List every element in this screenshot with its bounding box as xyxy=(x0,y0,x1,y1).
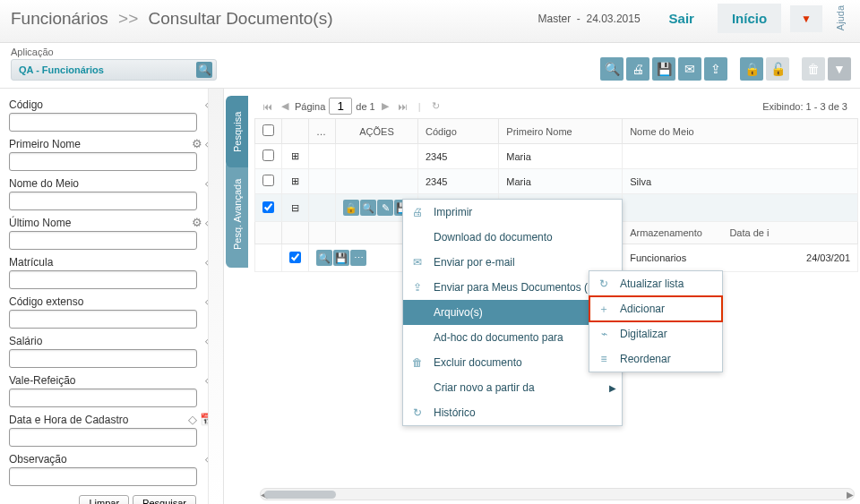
app-selector-block: Aplicação QA - Funcionários 🔍 xyxy=(11,47,217,81)
scroll-thumb[interactable] xyxy=(264,491,336,499)
expand-icon[interactable]: ⊞ xyxy=(282,169,309,194)
field-input[interactable] xyxy=(9,231,197,250)
field-input[interactable] xyxy=(9,113,197,132)
toolbar-export-icon[interactable]: ⇪ xyxy=(704,57,727,81)
gear-icon[interactable]: ⚙ xyxy=(192,216,202,229)
pager-label: Página xyxy=(295,101,325,112)
col-acoes[interactable]: AÇÕES xyxy=(336,119,418,144)
more-icon[interactable]: ⋯ xyxy=(350,250,366,266)
clear-field-icon[interactable]: ◇ xyxy=(205,373,214,387)
field-input[interactable] xyxy=(9,192,197,210)
select-all-checkbox[interactable] xyxy=(262,124,274,136)
horizontal-scrollbar[interactable]: ◀ ▶ xyxy=(260,488,855,500)
pager-page-input[interactable] xyxy=(329,98,352,115)
context-submenu[interactable]: ↻Atualizar lista＋Adicionar⌁Digitalizar≡R… xyxy=(589,270,723,372)
header-dropdown[interactable]: ▼ xyxy=(790,5,822,32)
col-checkbox[interactable] xyxy=(255,119,282,144)
header-right: Master - 24.03.2015 Sair Início ▼ Ajuda xyxy=(538,2,849,34)
row-checkbox[interactable] xyxy=(262,149,274,161)
row-action-icons: 🔒🔍✎💾 xyxy=(343,200,410,216)
clear-field-icon[interactable]: ◇ xyxy=(205,137,214,150)
edit-icon[interactable]: ✎ xyxy=(377,200,393,216)
table-row[interactable]: ⊞2345Maria xyxy=(255,144,858,169)
pager-next-icon[interactable]: ▶ xyxy=(379,100,391,112)
search-button[interactable]: Pesquisar xyxy=(133,495,196,504)
search-icon[interactable]: 🔍 xyxy=(360,200,376,216)
search-icon[interactable]: 🔍 xyxy=(316,250,332,266)
toolbar-unlock-icon[interactable]: 🔓 xyxy=(766,57,789,81)
toolbar-print-icon[interactable]: 🖨 xyxy=(626,57,649,81)
clear-field-icon[interactable]: ◇ xyxy=(205,176,214,190)
field-input[interactable] xyxy=(9,389,197,407)
clear-field-icon[interactable]: ◇ xyxy=(205,295,214,308)
clear-field-icon[interactable]: ◇ xyxy=(205,334,214,347)
pager-last-icon[interactable]: ⏭ xyxy=(395,101,410,112)
menu-item-label: Excluir documento xyxy=(434,356,522,369)
clear-field-icon[interactable]: ◇ xyxy=(188,413,197,426)
field-input[interactable] xyxy=(9,310,197,329)
field-input[interactable] xyxy=(9,467,197,486)
tab-pesquisa[interactable]: Pesquisa xyxy=(226,96,248,167)
pager-refresh-icon[interactable]: ↻ xyxy=(429,100,443,112)
app-selector[interactable]: QA - Funcionários 🔍 xyxy=(11,59,217,81)
field-label: Nome do Meio◇ xyxy=(9,176,214,190)
toolbar-save-icon[interactable]: 💾 xyxy=(652,57,675,81)
field-input[interactable] xyxy=(9,152,197,171)
submenu-item[interactable]: ⌁Digitalizar xyxy=(589,321,722,346)
gear-icon[interactable]: ⚙ xyxy=(192,137,202,150)
field-label: Primeiro Nome⚙◇ xyxy=(9,137,214,150)
clear-field-icon[interactable]: ◇ xyxy=(205,255,214,269)
submenu-item[interactable]: ↻Atualizar lista xyxy=(589,271,722,296)
row-checkbox[interactable] xyxy=(262,175,274,186)
col-meio[interactable]: Nome do Meio xyxy=(623,119,858,144)
breadcrumb-sep: >> xyxy=(118,9,138,28)
clear-field-icon[interactable]: ◇ xyxy=(205,452,214,466)
menu-item[interactable]: Criar novo a partir da▶ xyxy=(403,375,622,400)
tab-pesq-avancada[interactable]: Pesq. Avançada xyxy=(226,160,248,268)
col-codigo[interactable]: Código xyxy=(418,119,499,144)
toolbar-search-icon[interactable]: 🔍 xyxy=(600,57,624,81)
field-label: Observação◇ xyxy=(9,452,214,466)
submenu-item[interactable]: ≡Reordenar xyxy=(589,346,722,372)
toolbar-more-dropdown[interactable]: ▼ xyxy=(828,57,851,81)
toolbar-mail-icon[interactable]: ✉ xyxy=(678,57,701,81)
field-input[interactable] xyxy=(9,428,197,447)
field-label: Matrícula◇ xyxy=(9,255,214,269)
table-row[interactable]: ⊞2345MariaSilva xyxy=(255,169,858,194)
toolbar-trash-icon[interactable]: 🗑 xyxy=(802,57,825,81)
field-input[interactable] xyxy=(9,270,197,289)
toolbar-lock-icon[interactable]: 🔒 xyxy=(740,57,763,81)
help-tab[interactable]: Ajuda xyxy=(831,2,849,34)
expand-icon[interactable]: ⊟ xyxy=(282,194,309,222)
expand-icon[interactable]: ⊞ xyxy=(282,144,309,169)
field-input[interactable] xyxy=(9,349,197,368)
subcol-arm[interactable]: Armazenamento Data de i xyxy=(623,222,858,244)
cell-codigo: 2345 xyxy=(418,144,499,169)
calendar-icon[interactable]: 📅 xyxy=(200,413,214,426)
search-icon[interactable]: 🔍 xyxy=(196,62,212,78)
lock-icon[interactable]: 🔒 xyxy=(343,200,359,216)
submenu-item[interactable]: ＋Adicionar xyxy=(589,296,722,321)
pager-first-icon[interactable]: ⏮ xyxy=(260,101,275,112)
scroll-right-icon[interactable]: ▶ xyxy=(845,489,856,500)
submenu-item-icon: ≡ xyxy=(595,350,613,368)
clear-field-icon[interactable]: ◇ xyxy=(205,216,214,229)
save-icon[interactable]: 💾 xyxy=(333,250,349,266)
clear-field-icon[interactable]: ◇ xyxy=(205,98,214,111)
col-primeiro[interactable]: Primeiro Nome xyxy=(499,119,623,144)
menu-item[interactable]: Download do documento xyxy=(403,225,622,250)
home-button[interactable]: Início xyxy=(718,4,781,33)
submenu-item-icon: ＋ xyxy=(595,300,613,318)
breadcrumb-root[interactable]: Funcionários xyxy=(11,9,108,28)
pager-prev-icon[interactable]: ◀ xyxy=(279,100,291,112)
menu-item[interactable]: ↻Histórico xyxy=(403,400,622,425)
breadcrumb-page: Consultar Documento(s) xyxy=(149,9,333,28)
cell-meio xyxy=(623,194,858,222)
menu-item[interactable]: 🖨Imprimir xyxy=(403,200,622,225)
cell-arm: Funcionarios24/03/201 xyxy=(623,244,858,272)
field-label: Salário◇ xyxy=(9,334,214,347)
clear-button[interactable]: Limpar xyxy=(79,495,129,504)
row-checkbox[interactable] xyxy=(262,201,274,213)
logout-button[interactable]: Sair xyxy=(655,4,709,33)
subrow-checkbox[interactable] xyxy=(289,252,301,263)
